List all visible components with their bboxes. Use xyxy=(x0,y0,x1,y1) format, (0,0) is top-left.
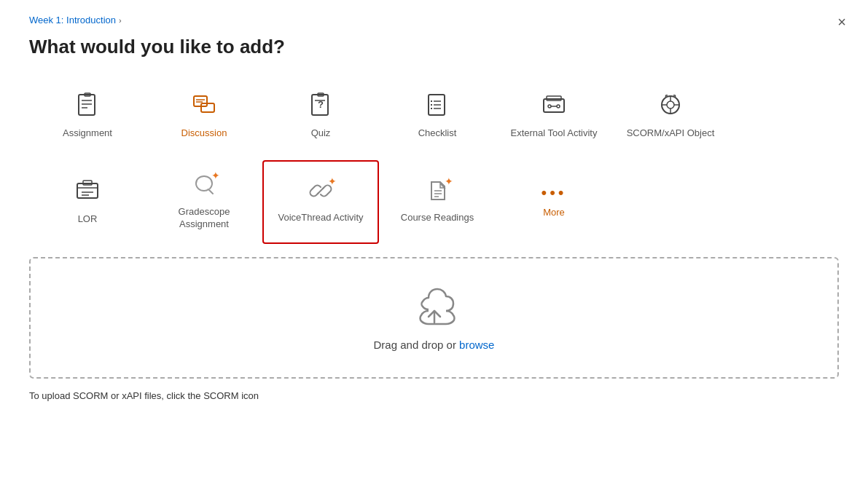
more-label: More xyxy=(543,207,565,219)
scorm-label: SCORM/xAPI Object xyxy=(627,127,715,140)
external-tool-label: External Tool Activity xyxy=(511,127,598,140)
lor-label: LOR xyxy=(78,213,98,226)
grid-item-more[interactable]: ••• More xyxy=(496,160,612,244)
discussion-icon xyxy=(191,92,217,122)
checklist-icon xyxy=(424,92,450,122)
drop-text: Drag and drop or browse xyxy=(374,339,495,351)
lor-icon xyxy=(74,178,101,208)
grid-item-quiz[interactable]: ? Quiz xyxy=(262,79,379,153)
external-tool-icon xyxy=(541,92,567,122)
close-button[interactable]: × xyxy=(837,15,846,29)
svg-rect-5 xyxy=(194,96,207,106)
assignment-label: Assignment xyxy=(63,127,112,140)
sparkle-badge: ✦ xyxy=(445,176,453,186)
grid-item-voicethread[interactable]: ✦ VoiceThread Activity xyxy=(262,160,379,244)
browse-link[interactable]: browse xyxy=(459,339,494,351)
tool-grid-row2: LOR ✦ Gradescope Assignment xyxy=(29,160,839,244)
svg-point-26 xyxy=(667,101,674,108)
tool-grid-row1: Assignment Discussion ? Quiz xyxy=(29,79,839,153)
grid-item-scorm[interactable]: SCORM/xAPI Object xyxy=(612,79,729,153)
sparkle-badge: ✦ xyxy=(211,170,220,181)
quiz-icon: ? xyxy=(308,92,334,122)
course-readings-icon: ✦ xyxy=(426,179,449,206)
breadcrumb-link[interactable]: Week 1: Introduction xyxy=(29,15,116,25)
svg-point-23 xyxy=(557,105,560,108)
grid-item-assignment[interactable]: Assignment xyxy=(29,79,146,153)
scorm-icon xyxy=(657,92,684,122)
gradescope-icon: ✦ xyxy=(192,173,216,200)
voicethread-icon: ✦ xyxy=(309,179,332,206)
course-readings-label: Course Readings xyxy=(401,212,474,224)
breadcrumb-chevron: › xyxy=(119,16,122,25)
cloud-upload-icon xyxy=(411,285,458,331)
gradescope-label: Gradescope Assignment xyxy=(155,206,254,231)
file-drop-area[interactable]: Drag and drop or browse xyxy=(29,257,839,379)
sparkle-badge: ✦ xyxy=(328,176,337,186)
grid-item-discussion[interactable]: Discussion xyxy=(146,79,262,153)
voicethread-label: VoiceThread Activity xyxy=(278,212,363,224)
svg-rect-0 xyxy=(79,95,95,115)
more-icon: ••• xyxy=(541,185,566,201)
svg-rect-31 xyxy=(77,183,98,198)
grid-item-gradescope[interactable]: ✦ Gradescope Assignment xyxy=(146,160,262,244)
grid-item-checklist[interactable]: Checklist xyxy=(379,79,496,153)
footer-note: To upload SCORM or xAPI files, click the… xyxy=(29,390,839,401)
breadcrumb: Week 1: Introduction › xyxy=(29,15,839,25)
discussion-label: Discussion xyxy=(181,127,227,140)
svg-line-36 xyxy=(318,188,324,194)
grid-item-external-tool[interactable]: External Tool Activity xyxy=(496,79,612,153)
page-title: What would you like to add? xyxy=(29,36,839,58)
svg-point-22 xyxy=(548,105,551,108)
assignment-icon xyxy=(74,92,101,122)
grid-item-lor[interactable]: LOR xyxy=(29,160,146,244)
grid-item-course-readings[interactable]: ✦ Course Readings xyxy=(379,160,496,244)
quiz-label: Quiz xyxy=(311,127,331,140)
checklist-label: Checklist xyxy=(418,127,457,140)
